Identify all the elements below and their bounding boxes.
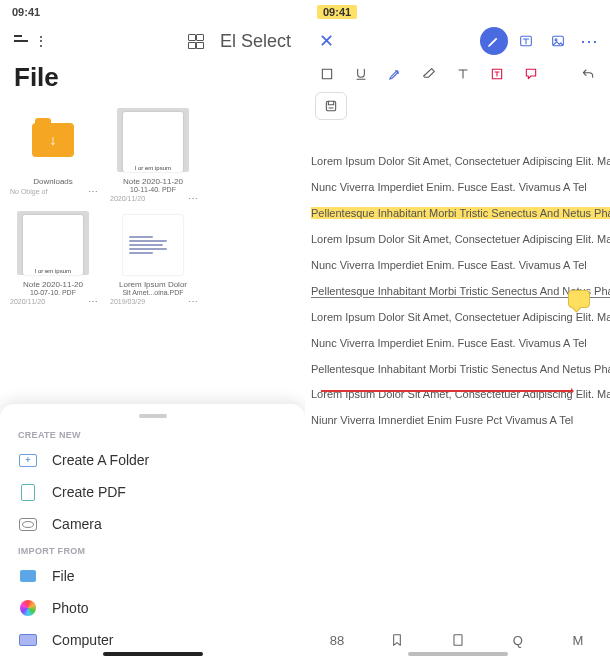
menu-button[interactable]: M bbox=[564, 633, 592, 648]
underline-icon bbox=[353, 66, 369, 82]
image-icon bbox=[550, 33, 566, 49]
save-icon bbox=[323, 98, 339, 114]
doc-thumbnail-icon bbox=[123, 215, 183, 275]
paragraph: Niunr Viverra Imnerdiet Enim Fusre Pct V… bbox=[311, 413, 610, 429]
svg-rect-5 bbox=[326, 101, 335, 110]
text-frame-icon bbox=[489, 66, 505, 82]
file-grid: Downloads No Obige of ⋯ l or em ipsum No… bbox=[0, 101, 305, 313]
paragraph: Nunc Viverra Imperdiet Enim. Fusce East.… bbox=[311, 258, 610, 274]
create-sheet: CREATE NEW Create A Folder Create PDF Ca… bbox=[0, 404, 305, 660]
highlighted-text: Pellentesque Inhabitant Morbi Tristic Se… bbox=[311, 207, 610, 219]
file-icon bbox=[18, 566, 38, 586]
file-date: No Obige of bbox=[10, 188, 47, 195]
header-dots-icon[interactable]: ⋮ bbox=[34, 33, 45, 49]
file-date: 2020/11/20 bbox=[10, 298, 45, 305]
highlighter-tool[interactable] bbox=[379, 60, 411, 88]
paragraph: Pellentesque Inhabitant Morbi Tristic Se… bbox=[311, 284, 610, 300]
file-item[interactable]: l or em ipsum Note 2020-11-20 10-11-40. … bbox=[106, 107, 200, 204]
svg-point-2 bbox=[555, 39, 557, 41]
file-item[interactable]: Downloads No Obige of ⋯ bbox=[6, 107, 100, 204]
eraser-icon bbox=[421, 66, 437, 82]
import-photo-item[interactable]: Photo bbox=[0, 592, 305, 624]
sheet-drag-handle[interactable] bbox=[139, 414, 167, 418]
view-grid-icon[interactable] bbox=[188, 34, 204, 48]
create-pdf-item[interactable]: Create PDF bbox=[0, 476, 305, 508]
status-bar: 09:41 bbox=[0, 0, 305, 24]
folder-icon bbox=[32, 123, 74, 157]
page-count[interactable]: 88 bbox=[323, 633, 351, 648]
import-file-item[interactable]: File bbox=[0, 560, 305, 592]
paragraph: Nunc Viverra Imperdiet Enim. Fusce East.… bbox=[311, 336, 610, 352]
file-item[interactable]: l or em ipsum Note 2020-11-20 10-07-10. … bbox=[6, 210, 100, 307]
textbox-tool[interactable] bbox=[481, 60, 513, 88]
file-date: 2020/11/20 bbox=[110, 195, 145, 202]
close-button[interactable]: ✕ bbox=[315, 30, 337, 52]
svg-rect-6 bbox=[454, 635, 462, 646]
home-indicator[interactable] bbox=[408, 652, 508, 656]
file-menu-icon[interactable]: ⋯ bbox=[188, 193, 196, 204]
doc-thumbnail-icon: l or em ipsum bbox=[123, 112, 183, 172]
file-sub: Sit Amet...oina.PDF bbox=[122, 289, 183, 296]
new-folder-icon bbox=[18, 450, 38, 470]
annotation-toolbar bbox=[305, 58, 610, 90]
status-bar: 09:41 bbox=[305, 0, 610, 24]
file-sub: 10-07-10. PDF bbox=[30, 289, 76, 296]
text-box-icon bbox=[518, 33, 534, 49]
status-time: 09:41 bbox=[317, 5, 357, 19]
text-icon bbox=[455, 66, 471, 82]
paragraph: Lorem Ipsum Dolor Sit Amet, Consectetuer… bbox=[311, 310, 610, 326]
file-menu-icon[interactable]: ⋯ bbox=[88, 296, 96, 307]
home-indicator[interactable] bbox=[103, 652, 203, 656]
pen-icon bbox=[486, 33, 502, 49]
comment-bubble-icon[interactable] bbox=[568, 290, 590, 308]
undo-icon bbox=[580, 66, 596, 82]
annotate-mode-button[interactable] bbox=[480, 27, 508, 55]
file-menu-icon[interactable]: ⋯ bbox=[188, 296, 196, 307]
paragraph: Nunc Viverra Imperdiet Enim. Fusce East.… bbox=[311, 180, 610, 196]
create-section-label: CREATE NEW bbox=[0, 424, 305, 444]
editor-topbar: ✕ ⋯ bbox=[305, 24, 610, 58]
computer-icon bbox=[18, 630, 38, 650]
text-mode-button[interactable] bbox=[512, 27, 540, 55]
undo-button[interactable] bbox=[572, 60, 604, 88]
comment-icon bbox=[523, 66, 539, 82]
save-tool[interactable] bbox=[315, 92, 347, 120]
page-title: File bbox=[0, 58, 305, 101]
bookmark-icon bbox=[389, 632, 405, 648]
document-body[interactable]: Lorem Ipsum Dolor Sit Amet, Consectetuer… bbox=[311, 148, 610, 620]
select-tool[interactable] bbox=[311, 60, 343, 88]
more-icon[interactable]: ⋯ bbox=[576, 30, 600, 52]
underlined-text: Pellentesque Inhabitant Morbi Tristic Se… bbox=[311, 285, 610, 297]
file-name: Downloads bbox=[6, 177, 100, 186]
browser-header: ⋮ El Select bbox=[0, 24, 305, 58]
note-tool[interactable] bbox=[515, 60, 547, 88]
paragraph: Pellentesque Inhabitant Morbi Tristic Se… bbox=[311, 362, 610, 378]
strikeout-annotation[interactable] bbox=[321, 390, 571, 392]
svg-rect-3 bbox=[322, 69, 331, 78]
camera-item[interactable]: Camera bbox=[0, 508, 305, 540]
status-time: 09:41 bbox=[12, 6, 40, 18]
import-section-label: IMPORT FROM bbox=[0, 540, 305, 560]
highlighter-icon bbox=[387, 66, 403, 82]
file-browser-screen: 09:41 ⋮ El Select File Downloads No Obig… bbox=[0, 0, 305, 660]
file-date: 2019/03/29 bbox=[110, 298, 145, 305]
bookmark-button[interactable] bbox=[383, 632, 411, 648]
file-name: Lorem Ipsum Dolor bbox=[106, 280, 200, 289]
file-menu-icon[interactable]: ⋯ bbox=[88, 186, 96, 197]
menu-icon[interactable] bbox=[14, 40, 28, 42]
eraser-tool[interactable] bbox=[413, 60, 445, 88]
doc-thumbnail-icon: l or em ipsum bbox=[23, 215, 83, 275]
view-button[interactable] bbox=[444, 632, 472, 648]
sub-toolbar bbox=[305, 90, 610, 122]
paragraph: Lorem Ipsum Dolor Sit Amet, Consectetuer… bbox=[311, 232, 610, 248]
text-tool[interactable] bbox=[447, 60, 479, 88]
file-item[interactable]: Lorem Ipsum Dolor Sit Amet...oina.PDF 20… bbox=[106, 210, 200, 307]
underline-tool[interactable] bbox=[345, 60, 377, 88]
new-doc-icon bbox=[18, 482, 38, 502]
search-button[interactable]: Q bbox=[504, 633, 532, 648]
create-folder-item[interactable]: Create A Folder bbox=[0, 444, 305, 476]
image-mode-button[interactable] bbox=[544, 27, 572, 55]
page-icon bbox=[450, 632, 466, 648]
file-name: Note 2020-11-20 bbox=[6, 280, 100, 289]
photo-icon bbox=[18, 598, 38, 618]
